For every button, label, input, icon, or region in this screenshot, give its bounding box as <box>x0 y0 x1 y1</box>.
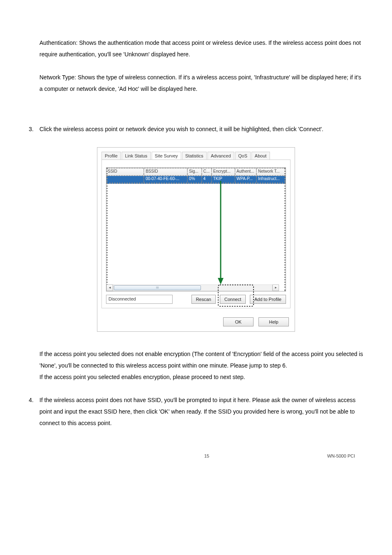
scroll-right-button[interactable]: ▸ <box>272 284 279 291</box>
page-number: 15 <box>86 453 327 458</box>
tab-statistics[interactable]: Statistics <box>182 152 207 160</box>
col-header-network: Network T... <box>257 169 286 175</box>
svg-marker-1 <box>218 278 224 284</box>
post-dialog-text-2: If the access point you selected enables… <box>39 371 363 383</box>
annotation-arrow-down <box>217 181 225 288</box>
para-network-type: Network Type: Shows the type of wireless… <box>39 72 363 95</box>
add-to-profile-button[interactable]: Add to Profile <box>250 295 286 304</box>
table-row[interactable]: 00-07-40-FE-60-... 0% 4 TKIP WPA-P... In… <box>106 176 286 184</box>
connect-button[interactable]: Connect <box>220 295 246 304</box>
col-header-bssid: BSSID <box>144 169 188 175</box>
footer-model: WN-5000 PCI <box>327 453 355 458</box>
ok-button[interactable]: OK <box>223 317 254 326</box>
tab-row: Profile Link Status Site Survey Statisti… <box>97 148 295 160</box>
post-dialog-text-1: If the access point you selected does no… <box>39 348 363 371</box>
step-3-number: 3. <box>29 123 39 135</box>
para-authentication: Authentication: Shows the authentication… <box>39 37 363 60</box>
tab-about[interactable]: About <box>251 152 270 160</box>
step-3-text: Click the wireless access point or netwo… <box>39 123 363 135</box>
status-field: Disconnected <box>106 295 173 304</box>
tab-advanced[interactable]: Advanced <box>208 152 234 160</box>
cell-bssid: 00-07-40-FE-60-... <box>144 176 188 183</box>
col-header-channel: C... <box>202 169 212 175</box>
cell-channel: 4 <box>202 176 212 183</box>
cell-ssid <box>106 176 144 183</box>
step-4-text: If the wireless access point does not ha… <box>39 394 363 429</box>
col-header-signal: Sig... <box>188 169 202 175</box>
horizontal-scrollbar[interactable]: ◂ III ▸ <box>106 284 279 291</box>
site-survey-dialog: Profile Link Status Site Survey Statisti… <box>97 147 295 332</box>
cell-signal: 0% <box>188 176 202 183</box>
tab-site-survey[interactable]: Site Survey <box>152 152 181 160</box>
survey-list[interactable]: SSID BSSID Sig... C... Encrypt... Authen… <box>106 167 286 291</box>
tab-qos[interactable]: QoS <box>235 152 251 160</box>
cell-auth: WPA-P... <box>235 176 257 183</box>
col-header-ssid: SSID <box>106 169 144 175</box>
col-header-encryption: Encrypt... <box>212 169 235 175</box>
help-button[interactable]: Help <box>258 317 289 326</box>
cell-encryption: TKIP <box>212 176 235 183</box>
scroll-thumb[interactable]: III <box>114 285 201 290</box>
step-4-number: 4. <box>29 394 39 429</box>
survey-header-row: SSID BSSID Sig... C... Encrypt... Authen… <box>106 168 286 176</box>
cell-network: Infrastruct... <box>257 176 286 183</box>
col-header-auth: Authent... <box>235 169 257 175</box>
rescan-button[interactable]: Rescan <box>191 295 216 304</box>
tab-link-status[interactable]: Link Status <box>122 152 150 160</box>
scroll-left-button[interactable]: ◂ <box>106 284 113 291</box>
tab-profile[interactable]: Profile <box>101 152 121 160</box>
